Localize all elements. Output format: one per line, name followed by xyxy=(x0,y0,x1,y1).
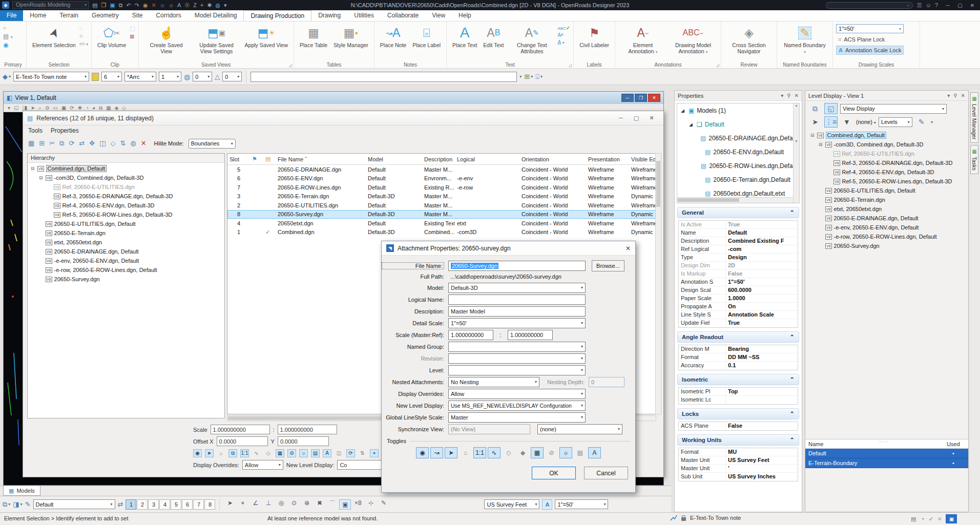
use-annotation-scale-toggle-icon[interactable]: A xyxy=(588,447,601,458)
stream-icon[interactable]: ☰ xyxy=(917,2,922,9)
scale-ref-input[interactable]: 1.000000000 xyxy=(508,330,553,340)
view-next-icon[interactable]: ◕ xyxy=(92,105,95,111)
property-row[interactable]: Isometric Lc xyxy=(679,396,798,404)
nested-attachments-select[interactable]: No Nesting▾ xyxy=(448,377,539,387)
annotation-scale-lock-toggle[interactable]: A Annotation Scale Lock xyxy=(836,46,904,55)
clip-mask-icon[interactable]: ◇ xyxy=(122,105,126,111)
acs-icon[interactable]: ⌖ xyxy=(200,2,203,9)
snap-toggle-icon[interactable]: ⌖ xyxy=(370,449,379,457)
snap-toggle-icon[interactable]: ↝ xyxy=(430,447,443,458)
expand-icon[interactable]: ⊟ xyxy=(819,142,823,147)
delete-element-icon[interactable]: ✕ xyxy=(152,2,156,9)
ok-button[interactable]: OK xyxy=(532,467,576,479)
acs-plane-lock-toggle[interactable]: ⌗ ACS Plane Lock xyxy=(836,35,904,44)
view-previous-icon[interactable]: ◔ xyxy=(86,105,89,111)
model-select[interactable]: Default-3D▾ xyxy=(448,283,586,293)
ignore-georef-toggle-icon[interactable]: ⊘ xyxy=(545,447,558,458)
create-saved-view-button[interactable]: ☝ Create Saved View xyxy=(142,23,191,55)
pan-view-icon[interactable]: ✥ xyxy=(78,105,82,111)
section-header-general[interactable]: General⌃ xyxy=(677,207,799,218)
global-linestyle-scale-select[interactable]: Master▾ xyxy=(448,412,586,423)
zoom-out-icon[interactable]: ⊖ xyxy=(45,105,49,111)
property-row[interactable]: ACS PlaneFalse xyxy=(679,422,798,430)
property-row[interactable]: Ref Logical-com xyxy=(679,245,798,254)
expand-icon[interactable]: ⊟ xyxy=(810,133,815,138)
annotation-scale-icon[interactable]: A xyxy=(542,499,552,510)
clip-back-toggle-icon[interactable]: ◆ xyxy=(516,447,529,458)
view-toggle[interactable]: 2 xyxy=(137,499,148,510)
model-tree-item[interactable]: ▤20650-E-ENV.dgn,Default xyxy=(677,145,799,159)
detail-scale-select[interactable]: 1"=50'▾ xyxy=(448,318,586,328)
new-file-icon[interactable]: ▤ xyxy=(92,2,97,9)
active-element-template-icon[interactable]: ◆▾ xyxy=(3,73,11,80)
ribbon-tab[interactable]: File xyxy=(0,10,23,21)
ref-scale-master-input[interactable]: 1.000000000 xyxy=(211,425,270,434)
quick-access-more-icon[interactable]: ▾ xyxy=(224,2,227,9)
exchange-reference-icon[interactable]: ⇄ xyxy=(79,139,85,148)
model-tree-item[interactable]: ▤20650-E-DRAINAGE.dgn,Default xyxy=(677,131,799,145)
keypoint-snap-icon[interactable]: ⊙ xyxy=(288,499,300,510)
civil-labeler-button[interactable]: ⚑ Civil Labeler xyxy=(577,23,612,49)
property-row[interactable]: Design Scal600.0000 xyxy=(679,286,798,295)
place-label-button[interactable]: ⌻ Place Label xyxy=(410,23,443,49)
ref-scale-ref-input[interactable]: 1.000000000 xyxy=(278,425,337,434)
attach-tools-icon[interactable]: ▤ ▾ xyxy=(3,33,13,40)
hierarchy-tree-item[interactable]: V8-e-row, 20650-E-ROW-Lines.dgn, Default xyxy=(28,265,224,275)
sheet-icon[interactable] xyxy=(670,514,677,521)
attachment-titlebar[interactable]: ◥ Attachment Properties: 20650-survey.dg… xyxy=(382,241,635,256)
lock-toggle-icon[interactable]: ⌂ xyxy=(217,449,225,457)
place-note-button[interactable]: ↝A Place Note xyxy=(378,23,409,49)
level-tree-item[interactable]: V8Ref-5, 20650-E-ROW-Lines.dgn, Default-… xyxy=(807,177,966,186)
display-overrides-select[interactable]: Allow▾ xyxy=(242,460,283,470)
dialog-launcher-icon[interactable]: ◿ xyxy=(289,63,292,68)
view-menu-icon[interactable]: ▾ xyxy=(8,105,10,111)
named-group-select[interactable]: ▾ xyxy=(448,342,586,352)
workflow-selector[interactable]: OpenRoads Modeling ▾ xyxy=(12,1,89,9)
section-header-angle-readout[interactable]: Angle Readout⌃ xyxy=(677,331,799,343)
palette-icon[interactable]: ◉ xyxy=(143,2,148,9)
hierarchy-tree-item[interactable]: ⊟V8-com3D, Combined.dgn, Default-3D xyxy=(28,173,224,182)
annotation-lock-icon[interactable]: ✎ xyxy=(378,499,389,510)
accusnap-toggle-icon[interactable]: ⌖ xyxy=(237,499,248,510)
clip-volume-button[interactable]: ⬠✂ Clip Volume xyxy=(95,23,129,49)
dock-tab[interactable]: ▦ Level Manager xyxy=(970,92,978,143)
panel-menu-icon[interactable]: ▾ xyxy=(947,93,950,98)
fence-mode-icon[interactable]: ▣ xyxy=(339,499,351,510)
cross-section-navigator-button[interactable]: ◈ Cross Section Navigator xyxy=(724,23,774,55)
hierarchy-tree-item[interactable]: V8Ref, 20650-E-UTILITIES.dgn xyxy=(28,182,224,192)
view-restore-button[interactable]: ❐ xyxy=(635,94,647,102)
reload-reference-icon[interactable]: ⟳ xyxy=(69,139,74,148)
settings-icon[interactable]: ✱ xyxy=(207,2,212,9)
edit-text-button[interactable]: AB Edit Text xyxy=(481,23,506,49)
intersection-snap-icon[interactable]: ⊕ xyxy=(301,499,312,510)
notification-tile[interactable]: ▣ xyxy=(946,514,957,523)
level-tree-item[interactable]: V820650-E-UTILITIES.dgn, Default xyxy=(807,186,966,195)
lights-toggle-icon[interactable]: ☼ xyxy=(299,449,308,457)
apply-saved-view-button[interactable]: ⬒☀ Apply Saved View xyxy=(242,23,290,49)
cancel-button[interactable]: Cancel xyxy=(584,467,628,479)
filter-value[interactable]: (none) ▾ xyxy=(856,119,876,125)
active-scale-select[interactable]: 1"=50'▾ xyxy=(555,499,608,509)
text-case-icon[interactable]: Aᴬ xyxy=(557,32,570,38)
menu-item[interactable]: Tools xyxy=(28,127,43,134)
references-table-vscrollbar[interactable] xyxy=(655,153,661,414)
description-input[interactable]: Master Model xyxy=(448,306,586,317)
level-row[interactable]: Default • xyxy=(805,449,968,458)
copy-toggle-icon[interactable]: ⧉ xyxy=(228,449,237,457)
hierarchy-tree-item[interactable]: V820650-E-UTILITIES.dgn, Default xyxy=(28,219,224,228)
account-icon[interactable]: ☺ xyxy=(926,2,931,9)
level-tree-item[interactable]: V8Ref-4, 20650-E-ENV.dgn, Default-3D xyxy=(807,167,966,177)
view1-titlebar[interactable]: ◧ View 1, Default ─ ❐ ✕ xyxy=(4,92,663,104)
tree-hscrollbar[interactable] xyxy=(677,197,793,203)
reference-row[interactable]: 6 20650-E-ENV.dgn Default Envronm... -e-… xyxy=(227,174,656,183)
level-tree-item[interactable]: ⊟V8-com3D, Combined.dgn, Default-3D xyxy=(807,140,966,149)
design-file-settings-icon[interactable]: ☼ xyxy=(169,2,174,9)
priority-select[interactable]: 0▾ xyxy=(222,72,242,81)
text-styles-icon[interactable]: A xyxy=(177,2,181,9)
ribbon-tab[interactable]: Site xyxy=(126,10,150,21)
references-maximize-button[interactable]: ▢ xyxy=(629,115,644,121)
active-color-chip[interactable] xyxy=(92,73,99,81)
adjust-view-icon[interactable]: ➤ xyxy=(31,105,35,111)
level-tree-item[interactable]: ⊟V8Combined.dgn, Default xyxy=(807,131,966,140)
property-row[interactable]: Annotation S1"=50' xyxy=(679,278,798,286)
